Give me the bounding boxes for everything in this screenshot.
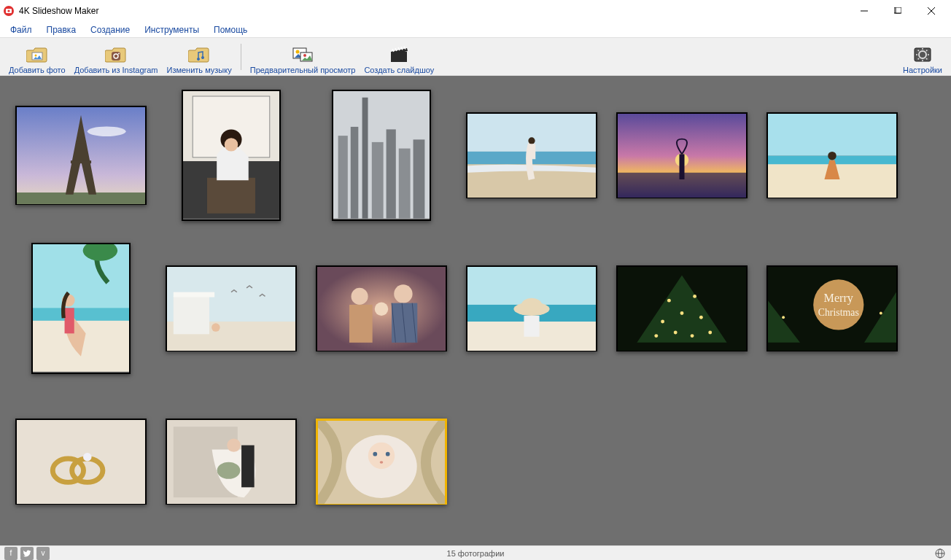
toolbar: Добавить фото Добавить из Instagram Изме… xyxy=(0,38,951,76)
menu-file[interactable]: Файл xyxy=(3,23,39,36)
add-instagram-label: Добавить из Instagram xyxy=(74,66,158,74)
svg-point-16 xyxy=(303,54,306,57)
preview-button[interactable]: Предварительный просмотр xyxy=(246,39,360,74)
add-instagram-button[interactable]: Добавить из Instagram xyxy=(70,39,163,74)
thumbnail[interactable]: MerryChristmas xyxy=(766,265,898,351)
menu-edit[interactable]: Правка xyxy=(39,23,84,36)
svg-rect-56 xyxy=(65,308,74,333)
folder-music-icon xyxy=(188,45,210,64)
svg-rect-24 xyxy=(76,141,86,144)
statusbar: f v 15 фотографии xyxy=(0,545,951,560)
thumbnail[interactable] xyxy=(166,419,297,505)
globe-icon[interactable] xyxy=(933,547,947,560)
svg-rect-28 xyxy=(207,178,255,214)
thumbnail[interactable] xyxy=(182,90,281,221)
svg-point-102 xyxy=(368,443,395,470)
svg-point-30 xyxy=(225,138,238,151)
settings-label: Настройки xyxy=(903,66,942,74)
svg-point-62 xyxy=(211,323,220,332)
thumbnail[interactable] xyxy=(316,265,447,351)
svg-rect-34 xyxy=(362,98,368,219)
folder-photo-icon xyxy=(26,45,48,64)
svg-point-86 xyxy=(782,316,785,319)
thumbnail[interactable] xyxy=(15,106,147,205)
svg-point-66 xyxy=(375,302,388,315)
app-title: 4K Slideshow Maker xyxy=(19,6,98,16)
thumbnail[interactable] xyxy=(466,265,597,351)
svg-point-73 xyxy=(521,298,542,311)
svg-point-80 xyxy=(699,316,703,319)
twitter-icon[interactable] xyxy=(20,547,34,560)
change-music-label: Изменить музыку xyxy=(166,66,231,74)
svg-rect-37 xyxy=(399,149,411,219)
menu-help[interactable]: Помощь xyxy=(206,23,255,36)
svg-point-65 xyxy=(394,284,412,303)
svg-rect-60 xyxy=(174,296,209,334)
thumbnail[interactable] xyxy=(616,265,748,351)
menu-tools[interactable]: Инструменты xyxy=(137,23,206,36)
thumbnail[interactable] xyxy=(166,265,297,351)
svg-point-99 xyxy=(217,462,241,479)
svg-rect-35 xyxy=(372,142,384,219)
close-button[interactable] xyxy=(915,0,948,22)
svg-point-105 xyxy=(380,461,384,463)
svg-rect-23 xyxy=(71,160,91,163)
svg-text:Christmas: Christmas xyxy=(818,307,859,318)
menu-create[interactable]: Создание xyxy=(83,23,137,36)
svg-point-103 xyxy=(373,452,377,456)
add-photo-button[interactable]: Добавить фото xyxy=(4,39,70,74)
svg-rect-74 xyxy=(524,316,539,337)
svg-rect-67 xyxy=(349,305,373,343)
thumbnail[interactable] xyxy=(15,419,147,505)
svg-rect-47 xyxy=(679,154,684,179)
minimize-button[interactable] xyxy=(847,0,881,22)
svg-point-87 xyxy=(880,312,882,315)
svg-point-82 xyxy=(691,334,694,338)
svg-point-2 xyxy=(7,9,9,12)
svg-point-84 xyxy=(708,331,712,335)
status-count: 15 фотографии xyxy=(0,549,951,558)
maximize-button[interactable] xyxy=(881,0,915,22)
svg-point-51 xyxy=(828,152,837,160)
svg-rect-48 xyxy=(768,114,896,156)
svg-point-81 xyxy=(674,331,678,335)
settings-icon xyxy=(912,45,933,64)
svg-point-64 xyxy=(352,288,368,305)
thumbnail[interactable] xyxy=(766,112,898,198)
svg-point-83 xyxy=(654,334,658,338)
thumbnail[interactable] xyxy=(466,112,597,198)
thumbnail[interactable] xyxy=(316,419,447,505)
svg-point-77 xyxy=(693,295,696,298)
thumbnail[interactable] xyxy=(616,112,748,198)
settings-button[interactable]: Настройки xyxy=(898,39,947,74)
svg-point-9 xyxy=(34,54,36,56)
svg-point-94 xyxy=(83,453,92,462)
svg-rect-43 xyxy=(528,144,536,160)
svg-point-12 xyxy=(118,52,120,54)
svg-point-104 xyxy=(386,452,390,456)
svg-rect-61 xyxy=(174,292,214,298)
svg-point-78 xyxy=(680,311,684,315)
svg-rect-38 xyxy=(414,139,425,218)
menubar: Файл Правка Создание Инструменты Помощь xyxy=(0,22,951,38)
add-photo-label: Добавить фото xyxy=(9,66,66,74)
svg-rect-36 xyxy=(387,129,396,218)
svg-rect-22 xyxy=(17,192,145,204)
svg-rect-98 xyxy=(241,446,255,488)
svg-text:Merry: Merry xyxy=(824,292,853,305)
preview-icon xyxy=(292,45,314,64)
svg-point-88 xyxy=(813,279,863,330)
preview-label: Предварительный просмотр xyxy=(250,66,356,74)
svg-point-21 xyxy=(88,127,126,136)
svg-rect-5 xyxy=(896,7,901,13)
vimeo-icon[interactable]: v xyxy=(36,547,50,560)
make-slideshow-button[interactable]: Создать слайдшоу xyxy=(360,39,438,74)
thumbnail[interactable] xyxy=(31,243,131,374)
clapper-icon xyxy=(388,45,410,64)
svg-rect-68 xyxy=(392,303,417,343)
thumbnail[interactable] xyxy=(332,90,431,221)
titlebar: 4K Slideshow Maker xyxy=(0,0,951,22)
facebook-icon[interactable]: f xyxy=(4,547,18,560)
thumbnail-grid: MerryChristmas xyxy=(0,76,951,545)
change-music-button[interactable]: Изменить музыку xyxy=(162,39,236,74)
